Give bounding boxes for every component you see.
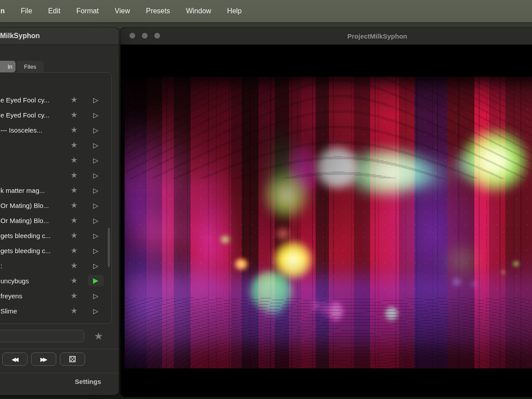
- rewind-icon: ◀◀: [12, 356, 17, 363]
- panel-title: MilkSyphon: [0, 32, 40, 40]
- favorite-star-icon[interactable]: ★: [63, 262, 86, 270]
- menu-item-edit[interactable]: Edit: [48, 7, 61, 15]
- play-button[interactable]: ▷: [86, 245, 106, 256]
- preset-row[interactable]: gets bleeding c... ★ ▷: [0, 228, 111, 243]
- settings-button[interactable]: Settings: [75, 378, 101, 385]
- play-button[interactable]: ▶: [86, 275, 106, 286]
- fast-forward-icon: ▶▶: [40, 356, 46, 363]
- preset-rows: e Eyed Fool cy... ★ ▷ e Eyed Fool cy... …: [0, 73, 111, 318]
- star-icon: ★: [70, 141, 78, 149]
- play-icon: ▷: [93, 142, 98, 149]
- play-icon: ▷: [93, 308, 98, 314]
- play-button[interactable]: ▷: [86, 94, 106, 106]
- search-row: ★: [0, 330, 103, 342]
- preset-row[interactable]: : ★ ▷: [0, 258, 111, 273]
- favorite-star-icon[interactable]: ★: [63, 156, 86, 164]
- star-icon: ★: [70, 201, 78, 209]
- preset-row[interactable]: k matter mag... ★ ▷: [0, 183, 111, 198]
- play-button[interactable]: ▷: [86, 169, 106, 181]
- star-icon: ★: [70, 96, 78, 104]
- star-icon: ★: [70, 171, 78, 179]
- play-icon: ▷: [93, 112, 98, 118]
- visualizer-window: ProjectMilkSyphon: [121, 27, 532, 397]
- preset-name: k matter mag...: [0, 187, 63, 194]
- favorite-star-icon[interactable]: ★: [63, 126, 86, 134]
- preset-name: gets bleeding c...: [0, 247, 63, 254]
- favorite-star-icon[interactable]: ★: [63, 277, 86, 285]
- zoom-button[interactable]: [154, 33, 160, 39]
- play-button[interactable]: ▷: [86, 200, 106, 211]
- play-icon: ▷: [93, 217, 98, 224]
- star-icon: ★: [70, 231, 78, 239]
- favorite-star-icon[interactable]: ★: [63, 96, 86, 104]
- favorite-star-icon[interactable]: ★: [63, 307, 86, 315]
- next-preset-button[interactable]: ▶▶: [31, 352, 56, 366]
- close-button[interactable]: [129, 33, 135, 39]
- previous-preset-button[interactable]: ◀◀: [2, 352, 27, 366]
- preset-row[interactable]: e Eyed Fool cy... ★ ▷: [0, 92, 111, 107]
- visualizer-titlebar[interactable]: ProjectMilkSyphon: [121, 27, 532, 45]
- menu-item-presets[interactable]: Presets: [146, 7, 170, 15]
- preset-name: e Eyed Fool cy...: [0, 96, 63, 104]
- favorite-star-icon[interactable]: ★: [63, 292, 86, 300]
- menu-item-help[interactable]: Help: [227, 7, 242, 15]
- play-button[interactable]: ▷: [86, 260, 106, 271]
- preset-row[interactable]: Slime ★ ▷: [0, 303, 111, 318]
- random-preset-button[interactable]: ⚄: [60, 352, 85, 366]
- play-button[interactable]: ▷: [86, 109, 106, 121]
- star-icon: ★: [70, 216, 78, 224]
- star-icon: ★: [70, 111, 78, 119]
- preset-row[interactable]: ★ ▷: [0, 153, 111, 168]
- preset-row[interactable]: --- Isosceles... ★ ▷: [0, 122, 111, 137]
- favorite-star-icon[interactable]: ★: [63, 186, 86, 194]
- favorites-filter-star-icon[interactable]: ★: [94, 331, 103, 341]
- preset-row[interactable]: freyens ★ ▷: [0, 288, 111, 303]
- favorite-star-icon[interactable]: ★: [63, 201, 86, 209]
- favorite-star-icon[interactable]: ★: [63, 246, 86, 254]
- favorite-star-icon[interactable]: ★: [63, 216, 86, 224]
- menu-item-window[interactable]: Window: [186, 7, 211, 15]
- screen: n FileEditFormatViewPresetsWindowHelp Pr…: [0, 0, 532, 399]
- panel-titlebar[interactable]: MilkSyphon: [0, 27, 119, 45]
- window-title: ProjectMilkSyphon: [121, 32, 532, 40]
- play-icon: ▷: [93, 97, 98, 103]
- play-button[interactable]: ▷: [86, 124, 106, 136]
- preset-name: freyens: [0, 292, 63, 300]
- preset-row[interactable]: Or Mating) Blo... ★ ▷: [0, 213, 111, 228]
- preset-name: uncybugs: [0, 277, 63, 285]
- tab-files[interactable]: Files: [16, 61, 44, 72]
- play-button[interactable]: ▷: [86, 230, 106, 241]
- play-button[interactable]: ▷: [86, 139, 106, 151]
- divider: [0, 349, 119, 349]
- preset-row[interactable]: Or Mating) Blo... ★ ▷: [0, 198, 111, 213]
- play-icon: ▷: [93, 247, 98, 254]
- favorite-star-icon[interactable]: ★: [63, 111, 86, 119]
- play-button[interactable]: ▷: [86, 184, 106, 196]
- preset-row[interactable]: ★ ▷: [0, 168, 111, 183]
- preset-row[interactable]: e Eyed Fool cy... ★ ▷: [0, 107, 111, 122]
- menu-item-file[interactable]: File: [21, 7, 32, 15]
- play-button[interactable]: ▷: [86, 215, 106, 226]
- app-menu-partial[interactable]: n: [0, 7, 5, 15]
- favorite-star-icon[interactable]: ★: [63, 171, 86, 179]
- letterbox-bottom: [121, 368, 532, 397]
- play-button[interactable]: ▷: [86, 290, 106, 301]
- preset-row[interactable]: uncybugs ★ ▶: [0, 273, 111, 288]
- favorite-star-icon[interactable]: ★: [63, 141, 86, 149]
- tab-built-in[interactable]: In: [0, 61, 16, 72]
- preset-name: Slime: [0, 307, 63, 315]
- favorite-star-icon[interactable]: ★: [63, 231, 86, 239]
- scrollbar-thumb[interactable]: [108, 228, 110, 267]
- preset-row[interactable]: ★ ▷: [0, 137, 111, 153]
- menu-item-view[interactable]: View: [115, 7, 130, 15]
- viz-shading-layer: [125, 77, 532, 368]
- preset-name: Or Mating) Blo...: [0, 217, 63, 224]
- play-button[interactable]: ▷: [86, 154, 106, 166]
- minimize-button[interactable]: [142, 33, 148, 39]
- star-icon: ★: [70, 126, 78, 134]
- menu-item-format[interactable]: Format: [76, 7, 99, 15]
- search-input[interactable]: [0, 330, 84, 342]
- preset-row[interactable]: gets bleeding c... ★ ▷: [0, 243, 111, 258]
- traffic-lights: [129, 33, 160, 39]
- play-button[interactable]: ▷: [86, 305, 106, 317]
